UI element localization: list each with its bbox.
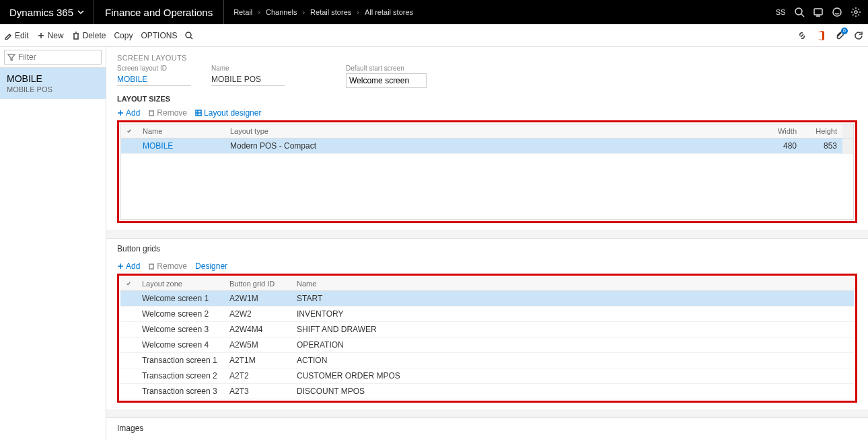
col-button-grid-id[interactable]: Button grid ID [224,277,291,290]
app-name: Dynamics 365 [9,7,73,18]
default-screen-input[interactable] [346,73,427,88]
filter-icon [7,53,15,61]
button-grids-grid: Layout zone Button grid ID Name Welcome … [120,277,854,399]
nav-item-id: MOBILE [7,73,99,84]
cell-name: START [291,291,854,306]
col-type[interactable]: Layout type [225,124,762,138]
button-grids-designer-button[interactable]: Designer [195,262,227,271]
chevron-down-icon [77,9,84,15]
cell-name: ACTION [291,353,854,368]
copy-button[interactable]: Copy [114,31,133,40]
cell-id: A2T1M [224,353,291,368]
office-icon[interactable] [816,30,826,41]
module-name: Finance and Operations [94,0,224,24]
cell-name: MOBILE [137,138,225,153]
col-height[interactable]: Height [802,124,842,138]
table-row[interactable]: Welcome screen 1A2W1MSTART [120,291,854,307]
form-content: SCREEN LAYOUTS Screen layout ID MOBILE N… [106,47,868,441]
breadcrumb-item[interactable]: Retail [233,8,252,16]
user-initials[interactable]: SS [775,7,786,17]
command-bar: Edit New Delete Copy OPTIONS [0,24,868,47]
cell-id: A2W2 [224,307,291,321]
layout-id-value[interactable]: MOBILE [117,73,191,86]
gear-icon[interactable] [851,7,861,17]
select-all-checkbox[interactable] [121,124,137,138]
search-commands-icon[interactable] [185,32,193,40]
button-grids-remove-button[interactable]: Remove [148,262,187,271]
layout-sizes-remove-button[interactable]: Remove [148,108,187,118]
default-screen-label: Default start screen [346,65,427,72]
screen-layouts-heading: SCREEN LAYOUTS [106,47,868,65]
layout-sizes-highlight: Name Layout type Width Height MOBILE Mod… [117,120,857,223]
name-label: Name [211,65,285,72]
table-row[interactable]: MOBILE Modern POS - Compact 480 853 [121,138,853,154]
col-width[interactable]: Width [762,124,802,138]
refresh-icon[interactable] [853,30,864,41]
main-area: MOBILE MOBILE POS SCREEN LAYOUTS Screen … [0,47,868,441]
cell-type: Modern POS - Compact [225,138,762,153]
name-value: MOBILE POS [211,73,285,86]
cell-id: A2T3 [224,384,291,399]
table-row[interactable]: Welcome screen 4A2W5MOPERATION [120,337,854,353]
delete-button[interactable]: Delete [72,31,106,40]
breadcrumb-item[interactable]: Channels [266,8,297,16]
button-grids-highlight: Layout zone Button grid ID Name Welcome … [117,274,857,403]
left-navigation: MOBILE MOBILE POS [0,47,106,441]
link-icon[interactable] [797,30,807,41]
table-row[interactable]: Transaction screen 2A2T2CUSTOMER ORDER M… [120,368,854,384]
cell-zone: Transaction screen 2 [137,368,224,383]
scrollbar[interactable] [842,138,853,153]
cell-height: 853 [802,138,842,153]
cell-zone: Transaction screen 3 [137,384,224,399]
search-icon[interactable] [794,7,805,17]
cell-id: A2W5M [224,337,291,352]
cell-id: A2W4M4 [224,322,291,337]
select-all-checkbox[interactable] [120,277,137,290]
smiley-icon[interactable] [832,7,842,17]
table-row[interactable]: Welcome screen 3A2W4M4SHIFT AND DRAWER [120,322,854,337]
layout-designer-button[interactable]: Layout designer [195,108,261,118]
app-switcher[interactable]: Dynamics 365 [0,0,94,24]
cell-name: CUSTOMER ORDER MPOS [291,368,854,383]
top-bar: Dynamics 365 Finance and Operations Reta… [0,0,868,24]
attachments-icon[interactable] [834,30,845,41]
svg-point-0 [795,8,802,15]
svg-point-3 [855,11,857,13]
col-name[interactable]: Name [137,124,225,138]
options-button[interactable]: OPTIONS [141,31,177,40]
nav-right-icons: SS [775,7,861,17]
filter-input[interactable] [4,50,102,65]
new-button[interactable]: New [37,31,64,40]
svg-rect-1 [814,9,822,15]
table-row[interactable]: Welcome screen 2A2W2INVENTORY [120,307,854,322]
messenger-icon[interactable] [813,7,824,17]
nav-item-mobile[interactable]: MOBILE MOBILE POS [0,68,106,99]
layout-sizes-heading: LAYOUT SIZES [106,92,868,106]
layout-sizes-grid: Name Layout type Width Height MOBILE Mod… [120,124,854,220]
edit-button[interactable]: Edit [4,31,29,40]
cell-zone: Transaction screen 1 [137,353,224,368]
cell-id: A2W1M [224,291,291,306]
nav-item-name: MOBILE POS [7,85,99,93]
breadcrumb-item[interactable]: All retail stores [365,8,413,16]
layout-sizes-add-button[interactable]: Add [117,108,140,118]
cell-width: 480 [762,138,802,153]
cell-zone: Welcome screen 3 [137,322,224,337]
cell-zone: Welcome screen 2 [137,307,224,321]
svg-point-2 [833,8,841,16]
cell-id: A2T2 [224,368,291,383]
svg-point-4 [186,32,191,38]
cell-name: DISCOUNT MPOS [291,384,854,399]
col-layout-zone[interactable]: Layout zone [137,277,224,290]
cell-name: OPERATION [291,337,854,352]
layout-id-label: Screen layout ID [117,65,191,72]
button-grids-add-button[interactable]: Add [117,262,140,271]
button-grids-heading[interactable]: Button grids [106,238,868,259]
table-row[interactable]: Transaction screen 3A2T3DISCOUNT MPOS [120,384,854,399]
col-grid-name[interactable]: Name [291,277,854,290]
breadcrumb-item[interactable]: Retail stores [310,8,351,16]
breadcrumb: Retail› Channels› Retail stores› All ret… [224,8,423,16]
cell-name: SHIFT AND DRAWER [291,322,854,337]
table-row[interactable]: Transaction screen 1A2T1MACTION [120,353,854,368]
images-heading[interactable]: Images [106,417,868,438]
